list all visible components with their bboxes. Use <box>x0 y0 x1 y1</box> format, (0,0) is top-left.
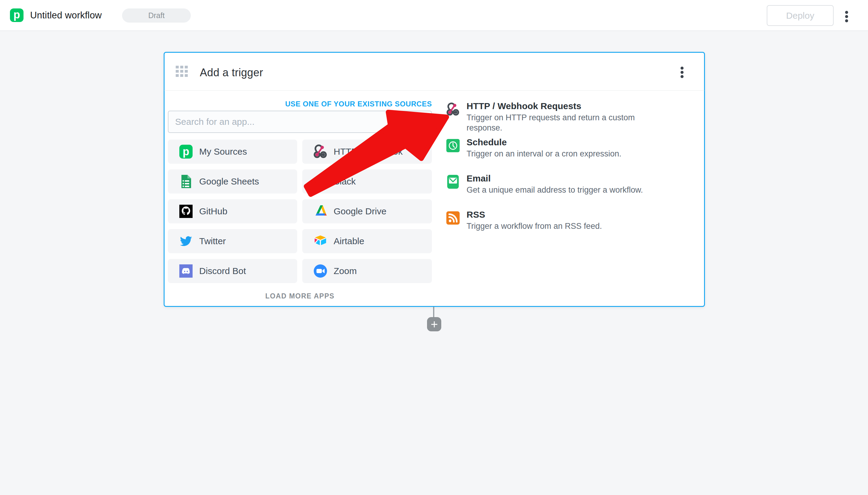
app-label: Google Drive <box>334 206 386 217</box>
email-icon <box>446 175 460 189</box>
app-button-my-sources[interactable]: p My Sources <box>168 140 297 164</box>
card-overflow-menu-icon[interactable] <box>680 66 683 79</box>
clock-icon <box>446 139 460 153</box>
google-sheets-icon <box>179 174 193 189</box>
app-button-airtable[interactable]: Airtable <box>302 229 432 253</box>
app-button-http-webhook[interactable]: HTTP / Webhook <box>302 140 432 164</box>
trigger-title: HTTP / Webhook Requests <box>467 101 662 112</box>
discord-icon <box>179 264 193 278</box>
app-label: HTTP / Webhook <box>334 147 403 157</box>
app-grid: p My Sources HTTP / Webhook Google Sheet… <box>168 140 432 283</box>
app-button-slack[interactable]: Slack <box>302 169 432 193</box>
trigger-description: Trigger a workflow from an RSS feed. <box>467 221 662 231</box>
rss-icon <box>446 211 460 225</box>
trigger-description: Trigger on HTTP requests and return a cu… <box>467 113 662 133</box>
top-navigation-bar: p Untitled workflow Draft Deploy <box>0 0 868 31</box>
app-button-twitter[interactable]: Twitter <box>168 229 297 253</box>
app-button-github[interactable]: GitHub <box>168 199 297 223</box>
app-label: Google Sheets <box>199 176 259 187</box>
app-button-google-drive[interactable]: Google Drive <box>302 199 432 223</box>
app-button-discord-bot[interactable]: Discord Bot <box>168 259 297 283</box>
app-label: Slack <box>334 176 355 187</box>
app-button-google-sheets[interactable]: Google Sheets <box>168 169 297 193</box>
app-label: Twitter <box>199 236 226 246</box>
svg-text:p: p <box>183 145 189 158</box>
add-step-button[interactable] <box>427 317 441 331</box>
app-button-zoom[interactable]: Zoom <box>302 259 432 283</box>
app-search-input[interactable] <box>168 110 432 133</box>
slack-icon <box>313 174 328 189</box>
github-icon <box>179 204 193 219</box>
trigger-title: Email <box>467 173 662 184</box>
app-label: My Sources <box>199 147 247 157</box>
existing-sources-link[interactable]: USE ONE OF YOUR EXISTING SOURCES <box>168 100 432 108</box>
my-sources-icon: p <box>179 144 193 159</box>
workflow-connector-line <box>433 307 434 318</box>
workflow-title[interactable]: Untitled workflow <box>30 10 102 21</box>
trigger-description: Trigger on an interval or a cron express… <box>467 149 662 159</box>
status-badge: Draft <box>122 8 191 23</box>
trigger-description: Get a unique email address to trigger a … <box>467 185 662 195</box>
zoom-icon <box>313 264 328 278</box>
twitter-icon <box>179 234 193 249</box>
trigger-title: RSS <box>467 209 662 220</box>
header-overflow-menu-icon[interactable] <box>845 10 848 23</box>
airtable-icon <box>313 234 328 249</box>
app-label: Discord Bot <box>199 266 246 276</box>
webhook-icon <box>446 102 460 116</box>
deploy-button[interactable]: Deploy <box>767 5 834 26</box>
google-drive-icon <box>313 204 328 219</box>
card-title: Add a trigger <box>200 66 263 79</box>
trigger-grid-icon <box>176 66 188 78</box>
app-label: GitHub <box>199 206 227 217</box>
plus-icon <box>430 321 438 328</box>
webhook-icon <box>313 144 328 159</box>
trigger-title: Schedule <box>467 137 662 148</box>
card-header-divider <box>164 90 704 91</box>
pipedream-logo-icon[interactable]: p <box>10 8 23 22</box>
load-more-apps-button[interactable]: LOAD MORE APPS <box>168 292 432 300</box>
app-label: Zoom <box>334 266 357 276</box>
app-label: Airtable <box>334 236 364 246</box>
